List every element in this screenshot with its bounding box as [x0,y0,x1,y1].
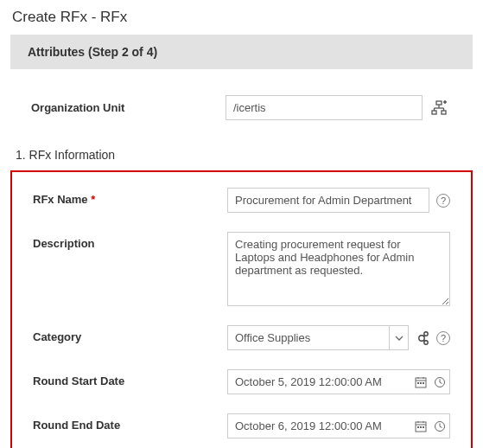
category-row: Category Office Supplies [33,325,450,350]
category-value: Office Supplies [228,326,389,349]
rfx-name-input[interactable] [227,188,429,213]
clock-icon[interactable] [430,414,449,438]
svg-rect-29 [420,426,422,428]
chevron-down-icon[interactable] [389,326,408,349]
rfx-info-highlight: RFx Name * ? Description Category Office… [10,170,473,448]
help-icon[interactable]: ? [436,194,450,208]
org-unit-row: Organization Unit [5,69,478,136]
rfx-name-row: RFx Name * ? [33,188,450,213]
description-input[interactable] [227,232,450,306]
org-unit-label: Organization Unit [31,101,226,114]
round-end-value: October 6, 2019 12:00:00 AM [228,414,411,438]
svg-rect-0 [436,101,442,105]
svg-rect-20 [423,382,424,384]
org-unit-input[interactable] [226,95,423,120]
help-icon[interactable]: ? [436,331,450,345]
org-hierarchy-icon[interactable] [431,100,447,116]
svg-line-33 [440,426,442,428]
svg-line-23 [440,382,442,384]
round-start-input[interactable]: October 5, 2019 12:00:00 AM [227,369,450,394]
round-end-row: Round End Date October 6, 2019 12:00:00 … [33,413,450,438]
calendar-icon[interactable] [411,414,430,438]
svg-rect-19 [420,382,422,384]
page-title: Create RFx - RFx [0,0,483,35]
description-label: Description [33,232,227,250]
calendar-icon[interactable] [411,370,430,394]
category-label: Category [33,325,227,343]
round-start-row: Round Start Date October 5, 2019 12:00:0… [33,369,450,394]
link-icon[interactable] [414,330,429,346]
svg-rect-2 [442,111,446,114]
category-select[interactable]: Office Supplies [227,325,409,350]
step-bar: Attributes (Step 2 of 4) [10,35,473,69]
round-end-input[interactable]: October 6, 2019 12:00:00 AM [227,413,450,438]
round-start-value: October 5, 2019 12:00:00 AM [228,370,411,394]
svg-rect-18 [417,382,419,384]
clock-icon[interactable] [430,370,449,394]
section-title: 1. RFx Information [5,136,478,170]
round-end-label: Round End Date [33,413,227,432]
svg-rect-1 [432,111,436,114]
description-row: Description [33,232,450,306]
rfx-name-label: RFx Name * [33,188,227,206]
svg-rect-28 [417,426,419,428]
svg-line-13 [423,340,424,341]
svg-line-12 [423,335,424,336]
required-indicator: * [91,193,95,206]
svg-rect-30 [423,426,424,428]
round-start-label: Round Start Date [33,369,227,387]
